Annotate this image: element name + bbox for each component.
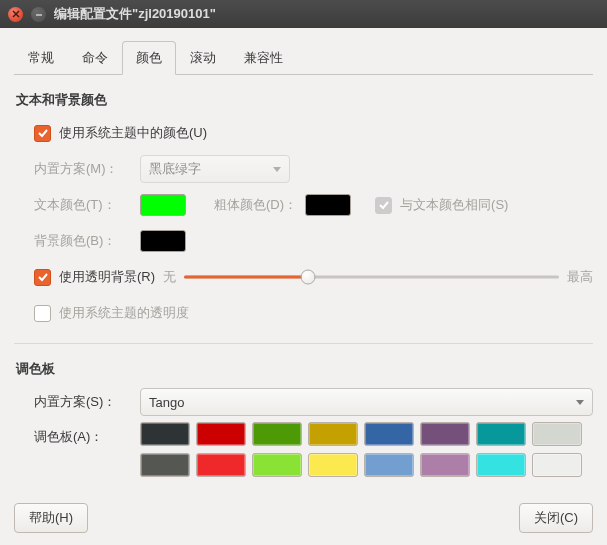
close-window-button[interactable] [8, 7, 23, 22]
palette-color-1-0[interactable] [140, 453, 190, 477]
text-color-label: 文本颜色(T)： [34, 196, 132, 214]
titlebar: 编辑配置文件"zjl20190101" [0, 0, 607, 28]
use-system-colors-label: 使用系统主题中的颜色(U) [59, 124, 207, 142]
close-button[interactable]: 关闭(C) [519, 503, 593, 533]
palette-color-1-2[interactable] [252, 453, 302, 477]
palette-builtin-value: Tango [149, 395, 184, 410]
palette-label: 调色板(A)： [34, 422, 132, 446]
builtin-scheme-label: 内置方案(M)： [34, 160, 132, 178]
palette-color-0-0[interactable] [140, 422, 190, 446]
bg-color-label: 背景颜色(B)： [34, 232, 132, 250]
section-text-bg-title: 文本和背景颜色 [16, 91, 593, 109]
chevron-down-icon [576, 400, 584, 405]
close-icon [12, 10, 20, 18]
bg-color-swatch[interactable] [140, 230, 186, 252]
use-transparent-bg-checkbox[interactable] [34, 269, 51, 286]
slider-max-label: 最高 [567, 268, 593, 286]
window-title: 编辑配置文件"zjl20190101" [54, 5, 216, 23]
chevron-down-icon [273, 167, 281, 172]
use-system-colors-checkbox[interactable] [34, 125, 51, 142]
palette-color-1-7[interactable] [532, 453, 582, 477]
tab-general[interactable]: 常规 [14, 41, 68, 75]
tabs: 常规 命令 颜色 滚动 兼容性 [14, 40, 593, 75]
palette-color-0-5[interactable] [420, 422, 470, 446]
palette-color-1-3[interactable] [308, 453, 358, 477]
palette-color-0-1[interactable] [196, 422, 246, 446]
builtin-scheme-value: 黑底绿字 [149, 160, 201, 178]
tab-compat[interactable]: 兼容性 [230, 41, 297, 75]
use-system-transparency-label: 使用系统主题的透明度 [59, 304, 189, 322]
tab-colors[interactable]: 颜色 [122, 41, 176, 75]
slider-min-label: 无 [163, 268, 176, 286]
palette-builtin-combo[interactable]: Tango [140, 388, 593, 416]
same-as-text-checkbox[interactable] [375, 197, 392, 214]
builtin-scheme-combo[interactable]: 黑底绿字 [140, 155, 290, 183]
bold-color-label: 粗体颜色(D)： [214, 196, 297, 214]
palette-color-0-3[interactable] [308, 422, 358, 446]
use-system-transparency-checkbox[interactable] [34, 305, 51, 322]
palette-color-0-7[interactable] [532, 422, 582, 446]
palette-color-0-4[interactable] [364, 422, 414, 446]
tab-command[interactable]: 命令 [68, 41, 122, 75]
section-palette-title: 调色板 [16, 360, 593, 378]
palette-color-0-2[interactable] [252, 422, 302, 446]
palette-grid [140, 422, 582, 484]
text-color-swatch[interactable] [140, 194, 186, 216]
bold-color-swatch[interactable] [305, 194, 351, 216]
divider [14, 343, 593, 344]
palette-builtin-label: 内置方案(S)： [34, 393, 132, 411]
palette-color-1-1[interactable] [196, 453, 246, 477]
minimize-icon [35, 10, 43, 18]
tab-scrolling[interactable]: 滚动 [176, 41, 230, 75]
palette-color-1-6[interactable] [476, 453, 526, 477]
use-transparent-bg-label: 使用透明背景(R) [59, 268, 155, 286]
check-icon [378, 199, 390, 211]
palette-color-1-5[interactable] [420, 453, 470, 477]
palette-color-1-4[interactable] [364, 453, 414, 477]
check-icon [37, 271, 49, 283]
help-button[interactable]: 帮助(H) [14, 503, 88, 533]
slider-fill [184, 276, 308, 279]
check-icon [37, 127, 49, 139]
transparency-slider[interactable] [184, 268, 559, 286]
same-as-text-label: 与文本颜色相同(S) [400, 196, 508, 214]
palette-color-0-6[interactable] [476, 422, 526, 446]
minimize-window-button[interactable] [31, 7, 46, 22]
slider-thumb[interactable] [300, 270, 315, 285]
